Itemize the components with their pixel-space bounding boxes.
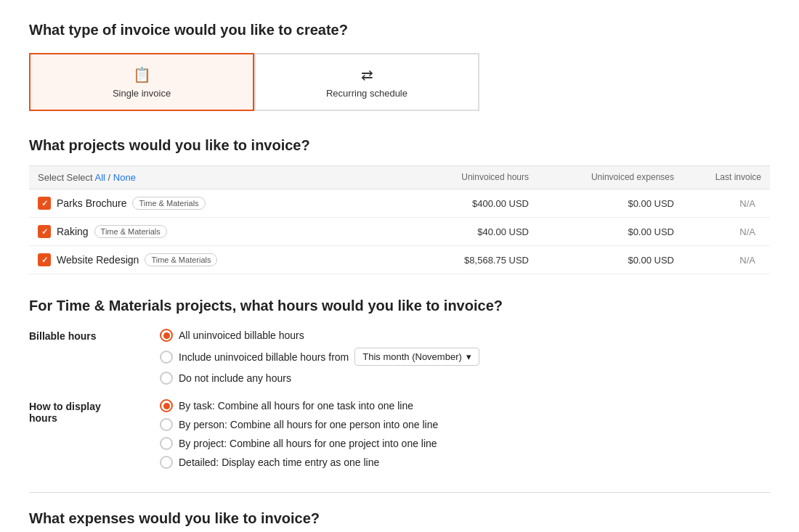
project-tag-1: Time & Materials [94,225,167,238]
single-invoice-icon: 📋 [133,66,151,83]
display-hours-radio-1[interactable] [160,418,173,431]
invoice-type-selector: 📋 Single invoice ⇄ Recurring schedule [29,53,770,111]
recurring-schedule-label: Recurring schedule [326,88,407,99]
display-hours-option-3: Detailed: Display each time entry as one… [160,456,438,469]
billable-hours-label-2: Do not include any hours [179,372,291,384]
uninvoiced-hours-2: $8,568.75 USD [398,255,529,266]
last-invoice-0: N/A [674,198,761,209]
single-invoice-label: Single invoice [113,88,171,99]
select-label: Select [38,172,64,183]
projects-section: What projects would you like to invoice?… [29,137,770,274]
project-checkbox-1[interactable] [38,225,51,238]
billable-hours-radio-2[interactable] [160,372,173,385]
recurring-schedule-button[interactable]: ⇄ Recurring schedule [254,53,479,111]
last-invoice-header: Last invoice [674,172,761,183]
display-hours-label-0: By task: Combine all hours for one task … [179,400,413,412]
chevron-down-icon: ▾ [466,351,471,362]
last-invoice-1: N/A [674,226,761,237]
project-tag-0: Time & Materials [132,197,205,210]
table-row: Parks Brochure Time & Materials $400.00 … [29,189,770,218]
display-hours-option-0: By task: Combine all hours for one task … [160,399,438,412]
select-label-text: Select [66,172,94,183]
uninvoiced-hours-0: $400.00 USD [398,198,529,209]
billable-hours-label: Billable hours [29,329,131,385]
project-name-cell: Raking Time & Materials [38,225,398,238]
month-dropdown[interactable]: This month (November) ▾ [354,348,479,366]
billable-hours-radio-group: All uninvoiced billable hours Include un… [160,329,479,385]
table-row: Website Redesign Time & Materials $8,568… [29,246,770,274]
uninvoiced-hours-1: $40.00 USD [398,226,529,237]
uninvoiced-expenses-1: $0.00 USD [529,226,674,237]
billable-hours-group: Billable hours All uninvoiced billable h… [29,329,770,385]
display-hours-label: How to display hours [29,399,131,469]
section-divider [29,492,770,493]
expenses-question: What expenses would you like to invoice? [29,510,770,527]
display-hours-label-2: By project: Combine all hours for one pr… [179,438,437,449]
project-name-2: Website Redesign [57,254,139,266]
project-name-1: Raking [57,226,89,237]
uninvoiced-expenses-2: $0.00 USD [529,255,674,266]
select-all-none: Select Select All / None [38,172,398,183]
projects-question: What projects would you like to invoice? [29,137,770,154]
invoice-type-question: What type of invoice would you like to c… [29,22,770,38]
month-dropdown-value: This month (November) [362,351,462,362]
hours-section: For Time & Materials projects, what hour… [29,298,770,469]
recurring-schedule-icon: ⇄ [361,66,373,83]
project-checkbox-0[interactable] [38,197,51,210]
uninvoiced-expenses-0: $0.00 USD [529,198,674,209]
hours-question: For Time & Materials projects, what hour… [29,298,770,314]
billable-hours-option-0: All uninvoiced billable hours [160,329,479,342]
project-checkbox-2[interactable] [38,253,51,266]
billable-hours-radio-1[interactable] [160,351,173,364]
project-name-0: Parks Brochure [57,197,126,209]
display-hours-radio-2[interactable] [160,437,173,450]
display-hours-group: How to display hours By task: Combine al… [29,399,770,469]
select-none-link[interactable]: None [113,172,136,183]
single-invoice-button[interactable]: 📋 Single invoice [29,53,254,111]
display-hours-radio-0[interactable] [160,399,173,412]
display-hours-label-1: By person: Combine all hours for one per… [179,419,438,430]
project-name-cell: Website Redesign Time & Materials [38,253,398,266]
display-hours-radio-group: By task: Combine all hours for one task … [160,399,438,469]
projects-table-header: Select Select All / None Uninvoiced hour… [29,165,770,189]
billable-hours-label-0: All uninvoiced billable hours [179,330,304,341]
display-hours-radio-3[interactable] [160,456,173,469]
billable-hours-option-2: Do not include any hours [160,372,479,385]
billable-hours-option-1: Include uninvoiced billable hours from T… [160,348,479,366]
project-tag-2: Time & Materials [145,253,217,266]
billable-hours-radio-0[interactable] [160,329,173,342]
billable-hours-label-1: Include uninvoiced billable hours from [179,351,349,363]
display-hours-option-2: By project: Combine all hours for one pr… [160,437,438,450]
display-hours-label-3: Detailed: Display each time entry as one… [179,457,379,468]
project-name-cell: Parks Brochure Time & Materials [38,197,398,210]
display-hours-option-1: By person: Combine all hours for one per… [160,418,438,431]
table-row: Raking Time & Materials $40.00 USD $0.00… [29,218,770,246]
uninvoiced-hours-header: Uninvoiced hours [398,172,529,183]
select-all-link[interactable]: All [95,172,105,183]
uninvoiced-expenses-header: Uninvoiced expenses [529,172,674,183]
last-invoice-2: N/A [674,255,761,266]
